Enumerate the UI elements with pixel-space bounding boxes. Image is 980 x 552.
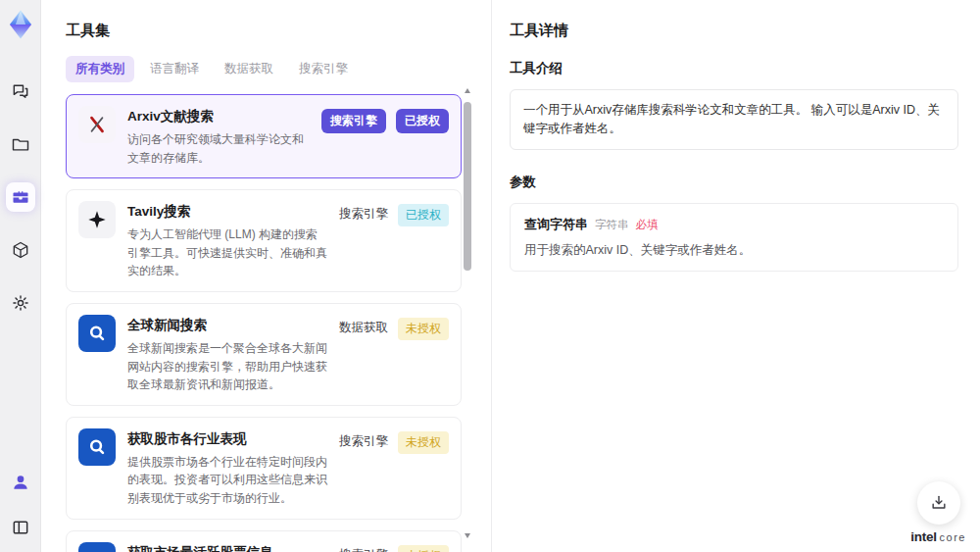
intel-wordmark: intel bbox=[910, 529, 936, 544]
category-tag: 数据获取 bbox=[339, 318, 388, 336]
tool-intro-box: 一个用于从Arxiv存储库搜索科学论文和文章的工具。 输入可以是Arxiv ID… bbox=[510, 89, 958, 150]
details-title: 工具详情 bbox=[510, 22, 958, 40]
news-search-icon bbox=[78, 315, 116, 352]
tool-intro-text: 一个用于从Arxiv存储库搜索科学论文和文章的工具。 输入可以是Arxiv ID… bbox=[523, 103, 940, 135]
scrollbar-up-arrow-icon[interactable] bbox=[465, 88, 470, 93]
tool-card[interactable]: 获取市场最活跃股票信息提供当天交易量最高的股票列表，投资者可以利用这些信息来识别… bbox=[66, 530, 462, 552]
param-card: 查询字符串字符串必填用于搜索的Arxiv ID、关键字或作者姓名。 bbox=[510, 203, 958, 272]
category-tag: 搜索引擎 bbox=[321, 109, 386, 133]
app-logo-icon bbox=[4, 8, 37, 41]
sidebar bbox=[0, 0, 41, 552]
collapse-panel-icon[interactable] bbox=[6, 513, 35, 542]
category-tab[interactable]: 数据获取 bbox=[215, 56, 283, 82]
tool-card-title: 获取市场最活跃股票信息 bbox=[127, 544, 327, 552]
param-name: 查询字符串 bbox=[524, 216, 588, 233]
arxiv-icon bbox=[78, 106, 116, 143]
corner-widgets: intel core bbox=[910, 481, 966, 544]
toolbox-icon[interactable] bbox=[6, 182, 35, 212]
core-wordmark: core bbox=[940, 531, 966, 543]
tool-card-title: 全球新闻搜索 bbox=[127, 317, 327, 334]
chat-icon[interactable] bbox=[6, 76, 35, 106]
stock-sector-icon bbox=[78, 428, 116, 466]
params-heading: 参数 bbox=[510, 174, 958, 191]
page-title: 工具集 bbox=[66, 22, 491, 40]
tool-card-title: 获取股市各行业表现 bbox=[127, 430, 327, 448]
scrollbar-down-arrow-icon[interactable] bbox=[465, 533, 470, 538]
category-tab[interactable]: 语言翻译 bbox=[140, 56, 209, 82]
tool-card[interactable]: 获取股市各行业表现提供股票市场各个行业在特定时间段内的表现。投资者可以利用这些信… bbox=[66, 417, 462, 520]
user-avatar-icon[interactable] bbox=[6, 468, 35, 497]
auth-status-badge: 未授权 bbox=[398, 431, 449, 454]
intel-core-logo: intel core bbox=[910, 529, 966, 544]
tool-card-description: 访问各个研究领域大量科学论文和文章的存储库。 bbox=[127, 130, 310, 167]
param-list: 查询字符串字符串必填用于搜索的Arxiv ID、关键字或作者姓名。 bbox=[510, 203, 958, 272]
param-description: 用于搜索的Arxiv ID、关键字或作者姓名。 bbox=[524, 242, 944, 259]
download-icon bbox=[929, 493, 949, 513]
tool-card-description: 全球新闻搜索是一个聚合全球各大新闻网站内容的搜索引擎，帮助用户快速获取全球最新资… bbox=[127, 339, 327, 394]
tool-card[interactable]: Tavily搜索专为人工智能代理 (LLM) 构建的搜索引擎工具。可快速提供实时… bbox=[66, 189, 462, 292]
category-tab[interactable]: 所有类别 bbox=[66, 56, 134, 82]
tool-card[interactable]: Arxiv文献搜索访问各个研究领域大量科学论文和文章的存储库。搜索引擎已授权 bbox=[66, 94, 462, 178]
intro-heading: 工具介绍 bbox=[510, 60, 958, 77]
tool-details-panel: 工具详情 工具介绍 一个用于从Arxiv存储库搜索科学论文和文章的工具。 输入可… bbox=[492, 0, 980, 552]
sidebar-bottom bbox=[6, 468, 35, 542]
category-tag: 搜索引擎 bbox=[339, 545, 388, 552]
category-tag: 搜索引擎 bbox=[339, 431, 388, 450]
list-scrollbar[interactable] bbox=[464, 86, 471, 540]
param-type: 字符串 bbox=[595, 218, 629, 232]
tavily-icon bbox=[78, 201, 116, 238]
scrollbar-thumb[interactable] bbox=[464, 102, 471, 271]
auth-status-badge: 已授权 bbox=[398, 204, 449, 226]
auth-status-badge: 未授权 bbox=[398, 318, 449, 340]
sidebar-nav bbox=[6, 76, 35, 318]
category-tab[interactable]: 搜索引擎 bbox=[289, 56, 358, 82]
auth-status-badge: 已授权 bbox=[396, 109, 449, 133]
settings-icon[interactable] bbox=[6, 288, 35, 318]
download-button[interactable] bbox=[917, 481, 960, 525]
active-stocks-icon bbox=[78, 542, 116, 552]
cube-icon[interactable] bbox=[6, 235, 35, 265]
tool-card[interactable]: 全球新闻搜索全球新闻搜索是一个聚合全球各大新闻网站内容的搜索引擎，帮助用户快速获… bbox=[66, 303, 462, 406]
param-required-label: 必填 bbox=[636, 218, 659, 232]
tool-list-panel: 工具集 所有类别语言翻译数据获取搜索引擎 Arxiv文献搜索访问各个研究领域大量… bbox=[41, 0, 492, 552]
tool-card-list: Arxiv文献搜索访问各个研究领域大量科学论文和文章的存储库。搜索引擎已授权Ta… bbox=[66, 94, 462, 552]
tool-card-title: Arxiv文献搜索 bbox=[127, 108, 310, 125]
folder-icon[interactable] bbox=[6, 129, 35, 159]
app-root: 工具集 所有类别语言翻译数据获取搜索引擎 Arxiv文献搜索访问各个研究领域大量… bbox=[0, 0, 980, 552]
category-tabs: 所有类别语言翻译数据获取搜索引擎 bbox=[66, 56, 491, 82]
category-tag: 搜索引擎 bbox=[339, 204, 388, 223]
auth-status-badge: 未授权 bbox=[398, 545, 449, 552]
tool-card-description: 专为人工智能代理 (LLM) 构建的搜索引擎工具。可快速提供实时、准确和真实的结… bbox=[127, 226, 327, 280]
tool-card-description: 提供股票市场各个行业在特定时间段内的表现。投资者可以利用这些信息来识别表现优于或… bbox=[127, 453, 327, 508]
tool-card-title: Tavily搜索 bbox=[127, 203, 327, 221]
